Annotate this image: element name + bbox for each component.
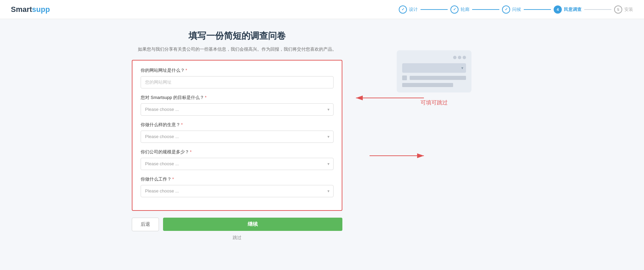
role-group: 你做什么工作？* Please choose ... ▾: [141, 176, 334, 197]
step-question-circle: ✓: [502, 5, 510, 14]
annotation-text: 可填可跳过: [421, 99, 448, 106]
mock-dot-3: [463, 56, 466, 59]
continue-button[interactable]: 继续: [163, 218, 342, 231]
survey-form: 你的网站网址是什么？* 您对 Smartsupp 的目标是什么？* Please…: [132, 60, 342, 211]
logo-supp: supp: [32, 5, 50, 14]
step-survey: 4 民意调查: [554, 5, 582, 14]
left-section: 填写一份简短的调查问卷 如果您与我们分享有关贵公司的一些基本信息，我们会很高兴。…: [132, 30, 342, 241]
website-group: 你的网站网址是什么？*: [141, 67, 334, 88]
step-design-label: 设计: [409, 6, 418, 13]
mock-checkbox: [402, 75, 407, 80]
step-carousel-label: 轮廊: [461, 6, 469, 13]
step-line-2: [472, 9, 499, 10]
step-design-circle: ✓: [399, 5, 407, 14]
step-line-1: [421, 9, 448, 10]
goal-select-wrapper: Please choose ... ▾: [141, 103, 334, 116]
business-group: 你做什么样的生意？* Please choose ... ▾: [141, 122, 334, 143]
step-question-label: 问候: [512, 6, 521, 13]
step-install: 5 安装: [614, 5, 633, 14]
business-select[interactable]: Please choose ...: [141, 131, 334, 143]
business-label: 你做什么样的生意？*: [141, 122, 334, 128]
back-button[interactable]: 后退: [132, 218, 159, 231]
required-mark-2: *: [205, 95, 207, 100]
mock-topbar: [402, 56, 466, 59]
step-line-4: [584, 9, 611, 10]
mock-widget: ▾: [397, 50, 471, 92]
step-survey-label: 民意调查: [564, 6, 582, 13]
size-label: 你们公司的规模是多少？*: [141, 149, 334, 155]
mock-dot-2: [458, 56, 461, 59]
size-group: 你们公司的规模是多少？* Please choose ... ▾: [141, 149, 334, 170]
mock-bar-2: [402, 83, 453, 87]
goal-select[interactable]: Please choose ...: [141, 103, 334, 116]
size-select[interactable]: Please choose ...: [141, 158, 334, 170]
required-mark-3: *: [181, 122, 183, 127]
step-carousel: ✓ 轮廊: [450, 5, 469, 14]
business-select-wrapper: Please choose ... ▾: [141, 131, 334, 143]
skip-link[interactable]: 跳过: [132, 235, 342, 241]
step-design: ✓ 设计: [399, 5, 418, 14]
required-mark: *: [185, 68, 187, 73]
step-install-label: 安装: [624, 6, 633, 13]
role-label: 你做什么工作？*: [141, 176, 334, 182]
mock-bar-1: [410, 76, 466, 80]
website-label: 你的网站网址是什么？*: [141, 67, 334, 73]
role-select-wrapper: Please choose ... ▾: [141, 185, 334, 197]
logo-smart: Smart: [11, 5, 32, 14]
step-carousel-circle: ✓: [450, 5, 459, 14]
page-subtitle: 如果您与我们分享有关贵公司的一些基本信息，我们会很高兴。作为回报，我们将交付您喜…: [132, 46, 342, 53]
progress-steps: ✓ 设计 ✓ 轮廊 ✓ 问候 4 民意调查 5 安装: [399, 5, 633, 14]
step-line-3: [524, 9, 551, 10]
logo: Smartsupp: [11, 5, 50, 14]
step-survey-circle: 4: [554, 5, 562, 14]
right-section: ▾ 可填可跳过: [356, 30, 512, 241]
size-select-wrapper: Please choose ... ▾: [141, 158, 334, 170]
button-row: 后退 继续: [132, 218, 342, 231]
header: Smartsupp ✓ 设计 ✓ 轮廊 ✓ 问候 4 民意调查 5 安装: [0, 0, 644, 19]
mock-row-1: [402, 75, 466, 80]
required-mark-5: *: [172, 176, 174, 182]
required-mark-4: *: [190, 149, 192, 154]
goal-group: 您对 Smartsupp 的目标是什么？* Please choose ... …: [141, 95, 334, 116]
step-question: ✓ 问候: [502, 5, 521, 14]
mock-dot-1: [453, 56, 457, 59]
main-content: 填写一份简短的调查问卷 如果您与我们分享有关贵公司的一些基本信息，我们会很高兴。…: [118, 19, 526, 252]
goal-label: 您对 Smartsupp 的目标是什么？*: [141, 95, 334, 101]
role-select[interactable]: Please choose ...: [141, 185, 334, 197]
website-input[interactable]: [141, 76, 334, 88]
mock-dropdown: ▾: [402, 63, 466, 73]
step-install-circle: 5: [614, 5, 622, 14]
mock-chevron-icon: ▾: [461, 66, 463, 70]
page-title: 填写一份简短的调查问卷: [132, 30, 342, 42]
